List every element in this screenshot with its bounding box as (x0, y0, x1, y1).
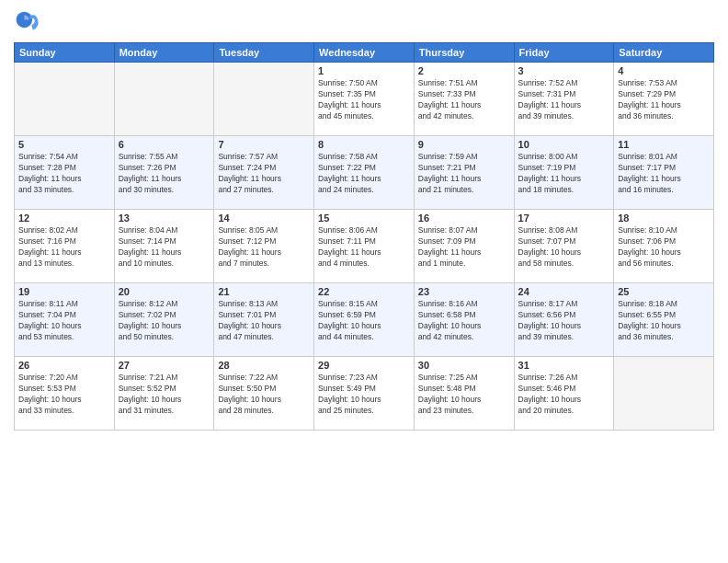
day-number: 23 (418, 286, 510, 297)
day-number: 22 (318, 286, 410, 297)
logo (14, 9, 43, 35)
calendar-day-12: 12Sunrise: 8:02 AM Sunset: 7:16 PM Dayli… (15, 210, 115, 283)
calendar-day-18: 18Sunrise: 8:10 AM Sunset: 7:06 PM Dayli… (614, 210, 714, 283)
weekday-header-saturday: Saturday (614, 43, 714, 63)
calendar-day-26: 26Sunrise: 7:20 AM Sunset: 5:53 PM Dayli… (15, 357, 115, 431)
calendar-day-27: 27Sunrise: 7:21 AM Sunset: 5:52 PM Dayli… (114, 357, 214, 431)
day-number: 11 (618, 139, 710, 150)
day-info: Sunrise: 7:51 AM Sunset: 7:33 PM Dayligh… (418, 78, 510, 122)
day-info: Sunrise: 7:21 AM Sunset: 5:52 PM Dayligh… (119, 373, 210, 417)
day-info: Sunrise: 7:22 AM Sunset: 5:50 PM Dayligh… (218, 373, 310, 417)
weekday-header-wednesday: Wednesday (314, 43, 415, 63)
calendar-day-2: 2Sunrise: 7:51 AM Sunset: 7:33 PM Daylig… (414, 63, 514, 136)
calendar-day-7: 7Sunrise: 7:57 AM Sunset: 7:24 PM Daylig… (214, 136, 314, 210)
day-number: 31 (518, 360, 610, 371)
calendar-day-14: 14Sunrise: 8:05 AM Sunset: 7:12 PM Dayli… (214, 210, 314, 283)
day-info: Sunrise: 7:50 AM Sunset: 7:35 PM Dayligh… (318, 78, 410, 122)
calendar-week-1: 1Sunrise: 7:50 AM Sunset: 7:35 PM Daylig… (15, 63, 714, 136)
day-info: Sunrise: 7:23 AM Sunset: 5:49 PM Dayligh… (318, 373, 410, 417)
day-number: 14 (218, 213, 310, 224)
weekday-header-row: SundayMondayTuesdayWednesdayThursdayFrid… (15, 43, 714, 63)
day-number: 29 (318, 360, 410, 371)
calendar-day-20: 20Sunrise: 8:12 AM Sunset: 7:02 PM Dayli… (114, 283, 214, 357)
day-number: 21 (218, 286, 310, 297)
day-number: 27 (119, 360, 210, 371)
calendar-day-28: 28Sunrise: 7:22 AM Sunset: 5:50 PM Dayli… (214, 357, 314, 431)
weekday-header-thursday: Thursday (414, 43, 514, 63)
day-info: Sunrise: 8:08 AM Sunset: 7:07 PM Dayligh… (518, 225, 610, 270)
calendar-day-22: 22Sunrise: 8:15 AM Sunset: 6:59 PM Dayli… (314, 283, 415, 357)
calendar-table: SundayMondayTuesdayWednesdayThursdayFrid… (14, 42, 714, 431)
weekday-header-sunday: Sunday (15, 43, 115, 63)
calendar-week-2: 5Sunrise: 7:54 AM Sunset: 7:28 PM Daylig… (15, 136, 714, 210)
calendar-empty (114, 63, 214, 136)
calendar-header: SundayMondayTuesdayWednesdayThursdayFrid… (15, 43, 714, 63)
calendar-day-10: 10Sunrise: 8:00 AM Sunset: 7:19 PM Dayli… (514, 136, 614, 210)
day-info: Sunrise: 7:57 AM Sunset: 7:24 PM Dayligh… (218, 152, 310, 196)
day-info: Sunrise: 8:16 AM Sunset: 6:58 PM Dayligh… (418, 299, 510, 343)
day-info: Sunrise: 8:11 AM Sunset: 7:04 PM Dayligh… (18, 299, 110, 343)
calendar-body: 1Sunrise: 7:50 AM Sunset: 7:35 PM Daylig… (15, 63, 714, 431)
calendar-day-30: 30Sunrise: 7:25 AM Sunset: 5:48 PM Dayli… (414, 357, 514, 431)
day-info: Sunrise: 7:59 AM Sunset: 7:21 PM Dayligh… (418, 152, 510, 196)
weekday-header-tuesday: Tuesday (214, 43, 314, 63)
calendar-day-25: 25Sunrise: 8:18 AM Sunset: 6:55 PM Dayli… (614, 283, 714, 357)
calendar-day-5: 5Sunrise: 7:54 AM Sunset: 7:28 PM Daylig… (15, 136, 115, 210)
day-info: Sunrise: 8:04 AM Sunset: 7:14 PM Dayligh… (119, 225, 210, 270)
day-info: Sunrise: 7:25 AM Sunset: 5:48 PM Dayligh… (418, 373, 510, 417)
day-info: Sunrise: 7:52 AM Sunset: 7:31 PM Dayligh… (518, 78, 610, 122)
day-info: Sunrise: 8:12 AM Sunset: 7:02 PM Dayligh… (119, 299, 210, 343)
day-info: Sunrise: 8:01 AM Sunset: 7:17 PM Dayligh… (618, 152, 710, 196)
header (14, 9, 714, 35)
day-number: 8 (318, 139, 410, 150)
day-number: 20 (119, 286, 210, 297)
calendar-day-4: 4Sunrise: 7:53 AM Sunset: 7:29 PM Daylig… (614, 63, 714, 136)
day-info: Sunrise: 8:02 AM Sunset: 7:16 PM Dayligh… (18, 225, 110, 270)
calendar-week-4: 19Sunrise: 8:11 AM Sunset: 7:04 PM Dayli… (15, 283, 714, 357)
calendar-day-19: 19Sunrise: 8:11 AM Sunset: 7:04 PM Dayli… (15, 283, 115, 357)
page-container: SundayMondayTuesdayWednesdayThursdayFrid… (0, 0, 728, 563)
calendar-day-13: 13Sunrise: 8:04 AM Sunset: 7:14 PM Dayli… (114, 210, 214, 283)
day-info: Sunrise: 8:15 AM Sunset: 6:59 PM Dayligh… (318, 299, 410, 343)
calendar-day-1: 1Sunrise: 7:50 AM Sunset: 7:35 PM Daylig… (314, 63, 415, 136)
day-number: 13 (119, 213, 210, 224)
calendar-day-17: 17Sunrise: 8:08 AM Sunset: 7:07 PM Dayli… (514, 210, 614, 283)
day-number: 2 (418, 65, 510, 76)
day-number: 15 (318, 213, 410, 224)
day-number: 28 (218, 360, 310, 371)
calendar-day-3: 3Sunrise: 7:52 AM Sunset: 7:31 PM Daylig… (514, 63, 614, 136)
day-info: Sunrise: 7:55 AM Sunset: 7:26 PM Dayligh… (119, 152, 210, 196)
day-number: 4 (618, 65, 710, 76)
day-number: 3 (518, 65, 610, 76)
calendar-day-31: 31Sunrise: 7:26 AM Sunset: 5:46 PM Dayli… (514, 357, 614, 431)
calendar-day-6: 6Sunrise: 7:55 AM Sunset: 7:26 PM Daylig… (114, 136, 214, 210)
day-info: Sunrise: 7:26 AM Sunset: 5:46 PM Dayligh… (518, 373, 610, 417)
day-number: 16 (418, 213, 510, 224)
day-number: 12 (18, 213, 110, 224)
day-info: Sunrise: 8:05 AM Sunset: 7:12 PM Dayligh… (218, 225, 310, 270)
day-info: Sunrise: 7:54 AM Sunset: 7:28 PM Dayligh… (18, 152, 110, 196)
day-number: 19 (18, 286, 110, 297)
day-info: Sunrise: 8:13 AM Sunset: 7:01 PM Dayligh… (218, 299, 310, 343)
calendar-day-16: 16Sunrise: 8:07 AM Sunset: 7:09 PM Dayli… (414, 210, 514, 283)
day-number: 18 (618, 213, 710, 224)
day-number: 25 (618, 286, 710, 297)
weekday-header-friday: Friday (514, 43, 614, 63)
calendar-day-15: 15Sunrise: 8:06 AM Sunset: 7:11 PM Dayli… (314, 210, 415, 283)
calendar-day-24: 24Sunrise: 8:17 AM Sunset: 6:56 PM Dayli… (514, 283, 614, 357)
day-info: Sunrise: 7:53 AM Sunset: 7:29 PM Dayligh… (618, 78, 710, 122)
day-number: 24 (518, 286, 610, 297)
day-number: 1 (318, 65, 410, 76)
day-number: 6 (119, 139, 210, 150)
day-number: 10 (518, 139, 610, 150)
day-info: Sunrise: 8:17 AM Sunset: 6:56 PM Dayligh… (518, 299, 610, 343)
weekday-header-monday: Monday (114, 43, 214, 63)
calendar-day-9: 9Sunrise: 7:59 AM Sunset: 7:21 PM Daylig… (414, 136, 514, 210)
day-info: Sunrise: 7:20 AM Sunset: 5:53 PM Dayligh… (18, 373, 110, 417)
day-number: 26 (18, 360, 110, 371)
day-number: 30 (418, 360, 510, 371)
calendar-week-5: 26Sunrise: 7:20 AM Sunset: 5:53 PM Dayli… (15, 357, 714, 431)
calendar-day-11: 11Sunrise: 8:01 AM Sunset: 7:17 PM Dayli… (614, 136, 714, 210)
calendar-day-21: 21Sunrise: 8:13 AM Sunset: 7:01 PM Dayli… (214, 283, 314, 357)
day-info: Sunrise: 7:58 AM Sunset: 7:22 PM Dayligh… (318, 152, 410, 196)
